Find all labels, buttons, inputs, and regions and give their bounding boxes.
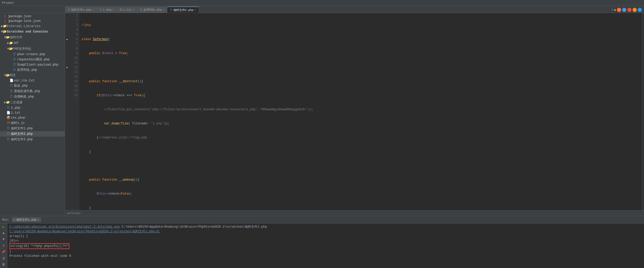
- close-tab-btn3[interactable]: ✕: [133, 8, 134, 11]
- scrollbar-track[interactable]: [642, 13, 644, 210]
- run-play-btn[interactable]: ▶: [1, 225, 6, 229]
- output-highlight: string(18) "<?php phpinfo();?>": [9, 243, 69, 249]
- firefox-icon[interactable]: F: [617, 8, 621, 12]
- sidebar-item-jwt[interactable]: ▶ 📁 JWT: [0, 40, 65, 46]
- sidebar-item-external-libs[interactable]: ▶ 📁 External Libraries: [0, 23, 65, 29]
- arrow-down-icon4: ▼: [4, 74, 6, 77]
- sidebar-item-linshi1js[interactable]: JS 临时1.js: [0, 120, 65, 126]
- folder-open-icon: 📂: [3, 30, 7, 34]
- run-pin-btn[interactable]: 📌: [1, 250, 6, 254]
- php-icon2: 🗒: [12, 58, 17, 61]
- close-tab-btn[interactable]: ✕: [92, 8, 94, 11]
- safari-icon[interactable]: S: [633, 8, 637, 12]
- sidebar-item-xor-rce[interactable]: 📄 xor_rce.txt: [0, 78, 65, 83]
- sidebar-item-erci[interactable]: ▶ 📁 二次遗漏: [0, 99, 65, 105]
- sidebar-item-rce[interactable]: ▼ 📂 RCE: [0, 73, 65, 78]
- run-sidebar: ▶ ▲ ▼ ≡ 📌 🖨 🗑: [0, 224, 7, 268]
- project-title: Project: [2, 1, 14, 4]
- code-line-5: public function __destruct(){: [82, 79, 640, 84]
- arrow-down-icon: ▼: [1, 30, 3, 34]
- run-up-btn[interactable]: ▲: [1, 231, 6, 235]
- run-content: ▶ ▲ ▼ ≡ 📌 🖨 🗑 C:\phpstudy\phpstudy_pro\E…: [0, 224, 644, 268]
- run-tab-close-btn[interactable]: ✕: [37, 218, 39, 221]
- php-icon4: 🗒: [12, 68, 17, 72]
- sidebar-item-scratches[interactable]: ▼ 📂 Scratches and Consoles: [0, 29, 65, 34]
- sidebar-item-package-json[interactable]: { } package.json: [0, 14, 65, 19]
- run-tab-bar: Run: ▶ 临时文件1.php ✕: [0, 216, 644, 224]
- txt-icon2: 📄: [6, 111, 10, 115]
- edge-icon[interactable]: E: [638, 8, 642, 12]
- code-line-12: public function __wakeup(){: [82, 177, 640, 182]
- sidebar-item-phar-create[interactable]: 🗒 phar-create.php: [0, 52, 65, 57]
- editor-breadcrumb: Saferman: [65, 210, 644, 216]
- sidebar-item-package-lock[interactable]: { } package-lock.json: [0, 19, 65, 23]
- tab-1php[interactable]: 🗒 1.php ✕: [97, 7, 117, 13]
- code-line-4: [82, 65, 640, 70]
- run-wrap-btn[interactable]: ≡: [1, 243, 6, 248]
- sidebar-item-php-fanxuliehua[interactable]: ▼ 📂 PHP反序列化: [0, 46, 65, 52]
- tab-fanxuliehua[interactable]: 🗒 反序列化.php ✕: [137, 7, 167, 13]
- close-tab-btn2[interactable]: ✕: [112, 8, 114, 11]
- arrow-right-icon2: ▶: [7, 41, 9, 45]
- breadcrumb-text: Saferman: [67, 212, 81, 215]
- close-tab-btn5[interactable]: ✕: [195, 8, 196, 11]
- close-tab-btn4[interactable]: ✕: [163, 8, 164, 11]
- json-file-icon: { }: [4, 15, 8, 18]
- php-icon11: 🗒: [6, 137, 10, 141]
- sidebar-item-zizeng[interactable]: 🗒 自增构造.php: [0, 94, 65, 99]
- code-line-3: public $check = True;: [82, 51, 640, 56]
- run-label: Run:: [2, 218, 10, 222]
- run-tab-linshiwenjian1[interactable]: ▶ 临时文件1.php ✕: [12, 217, 41, 222]
- php-icon9: 🗒: [6, 126, 10, 130]
- phar-icon: 📦: [6, 116, 10, 120]
- folder-open-icon2: 📂: [6, 35, 10, 39]
- code-line-13: $this->check=False;: [82, 192, 640, 196]
- php-icon3: 🗒: [12, 63, 17, 67]
- tab-label: 反序列化.php: [143, 8, 162, 12]
- txt-icon: 📄: [9, 79, 14, 82]
- code-line-11: [82, 163, 640, 168]
- output-line-4: [0]=>: [9, 239, 642, 243]
- sidebar-item-xxx-phar[interactable]: 📦 xxx.phar: [0, 115, 65, 120]
- top-bar: Project: [0, 0, 644, 6]
- sidebar-item-linshiwenjian3[interactable]: 🗒 临时文件3.php: [0, 137, 65, 142]
- php-file-icon: 🗒: [68, 8, 70, 11]
- tab-label-active: 临时文件2.php: [174, 8, 194, 12]
- run-down-btn[interactable]: ▼: [1, 237, 6, 242]
- run-delete-btn[interactable]: 🗑: [1, 262, 6, 267]
- arrow-down-icon2: ▼: [4, 36, 6, 39]
- tab-1txt[interactable]: 🗒 1.txt ✕: [117, 7, 137, 13]
- opera-icon[interactable]: O: [627, 8, 632, 12]
- editor-area: ◆ ◆ 12345 678910 1112131415 161718: [65, 13, 644, 216]
- output-line-6: }: [9, 249, 642, 254]
- code-content[interactable]: <?php class Saferman{ public $check = Tr…: [79, 13, 642, 210]
- php-file-icon2: 🗒: [99, 8, 102, 11]
- sidebar-item-linshiwenjian1[interactable]: 🗒 临时文件1.php: [0, 126, 65, 131]
- php-icon7: 🗒: [9, 95, 14, 99]
- chrome-icon[interactable]: C: [622, 8, 626, 12]
- run-print-btn[interactable]: 🖨: [1, 256, 6, 261]
- run-panel: Run: ▶ 临时文件1.php ✕ ▶ ▲ ▼ ≡ 📌 🖨 🗑 C:\phps…: [0, 216, 644, 268]
- sidebar-item-fanxuliehua-file[interactable]: 🗒 反序列化.php: [0, 67, 65, 73]
- sidebar-item-linshiwenjian2[interactable]: 🗒 临时文件2.php: [0, 131, 65, 137]
- arrow-right-icon: ▶: [1, 24, 3, 28]
- txt-file-icon: 🗒: [119, 8, 122, 11]
- sidebar-item-1php[interactable]: 🗒 1.php: [0, 105, 65, 110]
- output-line-2: C:\Users\86159\AppData\Roaming\JetBrains…: [9, 229, 642, 234]
- sidebar-item-linshiwenjian[interactable]: ▼ 📂 临时文件: [0, 34, 65, 40]
- run-tab-label: 临时文件1.php: [16, 218, 36, 222]
- folder-closed-icon: 📁: [9, 41, 13, 45]
- sidebar-item-yihuo[interactable]: 🗒 异或生成字典.php: [0, 88, 65, 94]
- folder-open-icon4: 📂: [6, 73, 10, 77]
- sidebar-item-1txt[interactable]: 📄 1.txt: [0, 110, 65, 115]
- tab-linshiwenjian2[interactable]: 🗒 临时文件2.php ✕: [167, 7, 199, 13]
- editor-content[interactable]: ◆ ◆ 12345 678910 1112131415 161718: [65, 13, 644, 210]
- sidebar-item-soapclient[interactable]: 🗒 SoapClient-payload.php: [0, 62, 65, 67]
- sidebar-item-qufan[interactable]: 🗒 取反.php: [0, 83, 65, 88]
- php-icon10: 🗒: [6, 132, 10, 136]
- tab-临时文件1[interactable]: 🗒 临时文件1.php ✕: [65, 7, 97, 13]
- run-output: C:\phpstudy\phpstudy_pro\Extensions\php\…: [7, 224, 644, 268]
- main-area: { } package.json { } package-lock.json ▶…: [0, 13, 644, 216]
- php-icon6: 🗒: [9, 89, 14, 93]
- sidebar-item-requestbin[interactable]: 🗒 requestbin测试.php: [0, 57, 65, 62]
